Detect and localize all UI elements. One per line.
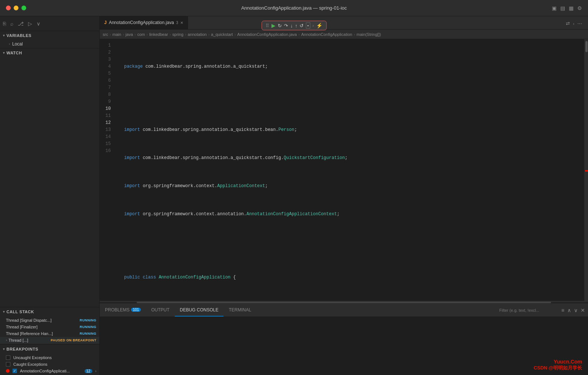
- call-stack-header[interactable]: ▾ CALL STACK: [0, 307, 99, 316]
- right-content: J AnnotationConfigApplication.java 3 ✕ s…: [100, 16, 588, 375]
- code-line-6: import org.springframework.context.annot…: [114, 211, 584, 218]
- search-sidebar-icon[interactable]: ⌕: [10, 21, 13, 27]
- watch-arrow-icon: ▾: [3, 51, 5, 55]
- title-bar: AnnotationConfigApplication.java — sprin…: [0, 0, 588, 16]
- caught-checkbox[interactable]: [6, 362, 10, 366]
- bc-spring[interactable]: spring: [172, 32, 184, 37]
- bc-file[interactable]: AnnotationConfigApplication.java: [237, 32, 297, 37]
- tab-terminal[interactable]: TERMINAL: [223, 304, 256, 317]
- bc-src[interactable]: src: [103, 32, 108, 37]
- bc-quickstart[interactable]: a_quickstart: [211, 32, 233, 37]
- debug-toolbar: ⠿ ▶ ↻ ↷ ↓ ↑ ↺ ▪ › ⚡: [261, 21, 327, 30]
- local-label: Local: [12, 41, 23, 47]
- code-line-4: import com.linkedbear.spring.annotation.…: [114, 155, 584, 162]
- panel-center-icon[interactable]: ▤: [560, 5, 565, 11]
- main-layout: ⎘ ⌕ ⎇ ▷ ∨ ▾ VARIABLES › Local ▾ WATCH: [0, 16, 588, 375]
- close-button[interactable]: [6, 6, 11, 10]
- editor-scrollbar[interactable]: [584, 39, 588, 301]
- code-line-2: [114, 91, 584, 105]
- debug-step-over-icon[interactable]: ↷: [284, 23, 288, 28]
- variables-local-item[interactable]: › Local: [0, 41, 99, 47]
- debug-play-icon[interactable]: ▶: [271, 23, 276, 28]
- debug-lightning-icon[interactable]: ⚡: [316, 23, 322, 28]
- panel-right-icon[interactable]: ▦: [569, 5, 574, 11]
- tab-close-icon[interactable]: ✕: [180, 21, 183, 25]
- settings-icon[interactable]: ⚙: [577, 5, 582, 11]
- tab-problems[interactable]: PROBLEMS 101: [100, 304, 146, 317]
- sidebar-toolbar: ⎘ ⌕ ⎇ ▷ ∨: [0, 16, 99, 31]
- tab-output[interactable]: OUTPUT: [146, 304, 174, 317]
- minimap-indicator: [585, 170, 588, 172]
- stack-item-3[interactable]: › Thread [...] PAUSED ON BREAKPOINT: [0, 337, 99, 344]
- check-icon: ✓: [13, 369, 16, 373]
- bc-method[interactable]: main(String[]): [356, 32, 381, 37]
- bc-linkedbear[interactable]: linkedbear: [149, 32, 168, 37]
- variables-header[interactable]: ▾ VARIABLES: [0, 31, 99, 40]
- panel-left-icon[interactable]: ▣: [552, 5, 557, 11]
- debug-grid-icon[interactable]: ⠿: [266, 23, 269, 28]
- bc-main[interactable]: main: [112, 32, 121, 37]
- bottom-content: [100, 317, 588, 375]
- left-sidebar: ⎘ ⌕ ⎇ ▷ ∨ ▾ VARIABLES › Local ▾ WATCH: [0, 16, 100, 375]
- watermark: Yuucn.Com CSDN @明明如月学长: [534, 359, 582, 371]
- tab-bar: J AnnotationConfigApplication.java 3 ✕: [100, 16, 588, 30]
- editor-tab-active[interactable]: J AnnotationConfigApplication.java 3 ✕: [100, 16, 188, 29]
- stack-item-2[interactable]: Thread [Reference Han...] RUNNING: [0, 330, 99, 337]
- chevron-down-sidebar-icon[interactable]: ∨: [37, 21, 40, 27]
- code-line-1: package com.linkedbear.spring.annotation…: [114, 63, 584, 70]
- breakpoint-uncaught[interactable]: Uncaught Exceptions: [0, 354, 99, 361]
- annotation-checkbox[interactable]: ✓: [13, 369, 17, 373]
- stack-item-0[interactable]: Thread [Signal Dispatc...] RUNNING: [0, 317, 99, 324]
- run-debug-sidebar-icon[interactable]: ▷: [28, 21, 32, 27]
- bc-sep1: ›: [110, 32, 111, 37]
- call-stack-label: CALL STACK: [7, 310, 34, 314]
- stack-item-1[interactable]: Thread [Finalizer] RUNNING: [0, 324, 99, 330]
- debug-step-into-icon[interactable]: ↓: [290, 23, 293, 28]
- call-stack-content: Thread [Signal Dispatc...] RUNNING Threa…: [0, 316, 99, 344]
- stack-item-name-1: Thread [Finalizer]: [6, 325, 38, 329]
- bc-sep2: ›: [123, 32, 124, 37]
- top-right-icon1[interactable]: ⇄: [566, 21, 570, 26]
- filter-list-icon[interactable]: ≡: [561, 307, 564, 313]
- git-icon[interactable]: ⎇: [18, 21, 24, 27]
- bc-annotation[interactable]: annotation: [188, 32, 206, 37]
- code-content[interactable]: package com.linkedbear.spring.annotation…: [114, 39, 584, 301]
- stack-badge-3: PAUSED ON BREAKPOINT: [51, 338, 96, 342]
- annotation-label: AnnotationConfigApplicati...: [20, 369, 82, 373]
- bottom-tab-actions: ≡ ∧ ∨ ✕: [496, 307, 588, 313]
- java-icon: J: [104, 20, 107, 25]
- breakpoint-annotation[interactable]: ✓ AnnotationConfigApplicati... 12 ›: [0, 368, 99, 374]
- copy-icon[interactable]: ⎘: [3, 21, 6, 27]
- maximize-button[interactable]: [21, 6, 26, 10]
- ln-11: 11: [101, 112, 113, 119]
- breakpoints-header[interactable]: ▾ BREAKPOINTS: [0, 345, 99, 354]
- filter-down-icon[interactable]: ∨: [574, 307, 578, 313]
- uncaught-label: Uncaught Exceptions: [13, 355, 96, 360]
- bp-expand-icon[interactable]: ›: [95, 369, 96, 373]
- stack-item-name-3: Thread [...]: [8, 338, 28, 342]
- minimize-button[interactable]: [14, 6, 18, 10]
- debug-step-out-icon[interactable]: ↑: [295, 23, 298, 28]
- uncaught-checkbox[interactable]: [6, 355, 10, 360]
- top-right-sep: ›: [573, 21, 574, 26]
- top-right-menu-icon[interactable]: ⋯: [577, 21, 582, 26]
- bp-count: 12: [85, 369, 92, 373]
- bp-dot-icon: [6, 369, 10, 373]
- filter-input[interactable]: [499, 308, 558, 312]
- bc-java[interactable]: java: [126, 32, 133, 37]
- debug-refresh-icon[interactable]: ↻: [278, 23, 282, 28]
- debug-stop-icon[interactable]: ▪: [306, 23, 310, 28]
- stack-item-arrow-3: ›: [6, 338, 7, 342]
- bc-class[interactable]: AnnotationConfigApplication: [301, 32, 352, 37]
- watch-header[interactable]: ▾ WATCH: [0, 48, 99, 57]
- breakpoint-caught[interactable]: Caught Exceptions: [0, 361, 99, 368]
- watermark-site: Yuucn.Com: [534, 359, 582, 365]
- close-panel-icon[interactable]: ✕: [581, 307, 585, 313]
- filter-up-icon[interactable]: ∧: [567, 307, 571, 313]
- bc-com[interactable]: com: [137, 32, 145, 37]
- tab-debug-console[interactable]: DEBUG CONSOLE: [175, 304, 224, 317]
- problems-label: PROBLEMS: [105, 307, 130, 312]
- debug-restart-icon[interactable]: ↺: [300, 23, 304, 28]
- variables-label: VARIABLES: [7, 33, 32, 38]
- code-line-7: [114, 239, 584, 253]
